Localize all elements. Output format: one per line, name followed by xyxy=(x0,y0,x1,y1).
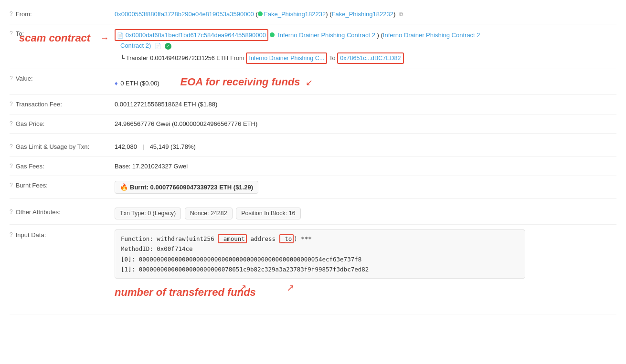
scam-contract-annotation: scam contract xyxy=(19,30,90,46)
transfer-to-highlight: 0x78651c...dBC7ED82 xyxy=(337,52,403,64)
to-value: scam contract → 📄 0x0000daf60a1becf1bd61… xyxy=(115,29,616,64)
burntfees-value: 🔥 Burnt: 0.000776609047339723 ETH ($1.29… xyxy=(115,181,616,194)
to-help-icon[interactable]: ? xyxy=(10,30,13,37)
arrow-up-right1: ↗ xyxy=(239,281,247,295)
inputdata-help-icon[interactable]: ? xyxy=(10,231,13,238)
inputdata-label-col: ? Input Data: xyxy=(10,229,115,239)
txfee-value: 0.00112721556851​8624 ETH ($1.88) xyxy=(115,100,616,109)
gaslimit-help-icon[interactable]: ? xyxy=(10,143,13,150)
gasfees-label-col: ? Gas Fees: xyxy=(10,162,115,170)
value-label-col: ? Value: xyxy=(10,74,115,82)
method-id-line: MethodID: 0x00f714ce xyxy=(121,244,519,254)
gasfees-value: Base: 17.201024327 Gwei xyxy=(115,162,616,171)
gasprice-value: 24.966567776 Gwei (0.000000024966567776 … xyxy=(115,119,616,129)
transfer-row: └ Transfer 0.001494029672331256 ETH From… xyxy=(120,52,616,64)
value-help-icon[interactable]: ? xyxy=(10,75,13,82)
from-label: ? From: xyxy=(10,10,115,18)
otherattr-help-icon[interactable]: ? xyxy=(10,208,13,215)
txn-type-badge: Txn Type: 0 (Legacy) xyxy=(115,208,181,219)
txfee-label-col: ? Transaction Fee: xyxy=(10,100,115,108)
eoa-annotation: EOA for receiving funds xyxy=(180,76,300,88)
param0-line: [0]: 00000000000000000000000000000000000… xyxy=(121,254,519,264)
from-tag-link[interactable]: Fake_Phishing182232 xyxy=(264,10,326,18)
arrow-up-right2: ↗ xyxy=(286,281,295,295)
to-address-box: 📄 0x0000daf60a1becf1bd617c584dea96445589… xyxy=(115,29,268,42)
burnt-badge: 🔥 Burnt: 0.000776609047339723 ETH ($1.29… xyxy=(115,181,258,194)
otherattr-value: Txn Type: 0 (Legacy) Nonce: 24282 Positi… xyxy=(115,208,616,219)
gasfees-help-icon[interactable]: ? xyxy=(10,163,13,169)
value-col: ♦ 0 ETH ($0.00) EOA for receiving funds … xyxy=(115,74,616,90)
eth-icon: ♦ xyxy=(115,79,118,88)
to-tag-link[interactable]: Inferno Drainer Phishing Contract 2 xyxy=(278,31,375,39)
to-file-icon: 📄 xyxy=(117,32,124,38)
burntfees-label-col: ? Burnt Fees: xyxy=(10,181,115,189)
to-highlight: _to xyxy=(279,234,294,243)
from-value: 0x0000553f880ffa3728b290e04e819053a35900… xyxy=(115,10,616,19)
function-line: Function: withdraw(uint256 _amount addre… xyxy=(121,234,519,244)
from-tag2-link[interactable]: Fake_Phishing182232 xyxy=(332,10,393,18)
gasprice-help-icon[interactable]: ? xyxy=(10,120,13,127)
from-green-dot xyxy=(258,11,263,16)
to-address-link[interactable]: 0x0000daf60a1becf1bd617c584dea9644558900… xyxy=(126,31,266,39)
nonce-badge: Nonce: 24282 xyxy=(185,208,233,219)
scam-arrow: → xyxy=(100,32,109,45)
from-copy-icon[interactable]: ⧉ xyxy=(399,11,403,18)
gaslimit-label-col: ? Gas Limit & Usage by Txn: xyxy=(10,142,115,150)
to-contract2-link[interactable]: Contract 2) xyxy=(120,42,151,49)
transfer-from-highlight: Inferno Drainer Phishing C... xyxy=(246,52,327,64)
eoa-arrow: ↙ xyxy=(306,78,313,87)
to-doc-icon: 📄 xyxy=(155,43,161,49)
input-data-box: Function: withdraw(uint256 _amount addre… xyxy=(115,229,525,279)
otherattr-label-col: ? Other Attributes: xyxy=(10,208,115,216)
burntfees-help-icon[interactable]: ? xyxy=(10,182,13,188)
gaslimit-value: 142,080 | 45,149 (31.78%) xyxy=(115,142,616,152)
fire-icon: 🔥 xyxy=(120,182,128,192)
to-green-dot xyxy=(270,32,275,37)
txfee-help-icon[interactable]: ? xyxy=(10,101,13,107)
position-badge: Position In Block: 16 xyxy=(236,208,300,219)
number-funds-annotation: number of transferred funds xyxy=(115,284,256,300)
param1-line: [1]: 00000000000000000000000078651c9b82c… xyxy=(121,264,519,274)
to-tag2-link[interactable]: Inferno Drainer Phishing Contract 2 xyxy=(383,31,480,39)
inputdata-value: Function: withdraw(uint256 _amount addre… xyxy=(115,229,616,309)
bottom-annotation-area: number of transferred funds ↗ ↗ xyxy=(115,281,616,309)
amount-highlight: _amount xyxy=(218,234,247,243)
from-help-icon[interactable]: ? xyxy=(10,10,13,17)
transfer-to-link[interactable]: 0x78651c...dBC7ED82 xyxy=(340,55,401,62)
gasprice-label-col: ? Gas Price: xyxy=(10,119,115,127)
from-address-link[interactable]: 0x0000553f880ffa3728b290e04e819053a35900… xyxy=(115,10,254,18)
transfer-from-link[interactable]: Inferno Drainer Phishing C... xyxy=(249,55,324,62)
to-check-circle: ✓ xyxy=(165,43,171,50)
